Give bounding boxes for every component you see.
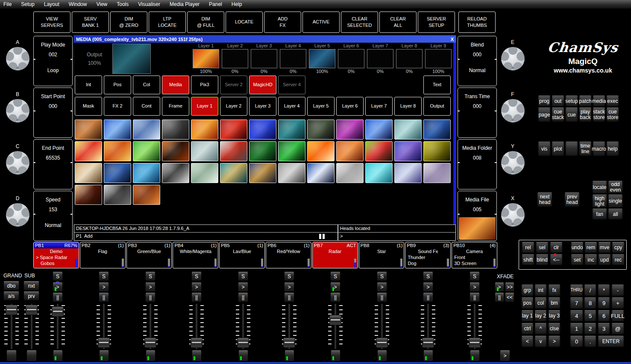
- media-thumbnail[interactable]: [162, 163, 189, 183]
- keypad-blank[interactable]: *: [598, 285, 610, 296]
- pb2-go-button[interactable]: >: [99, 282, 109, 292]
- pb1-pause-button[interactable]: ||: [53, 293, 63, 302]
- top-button-clear-selected[interactable]: CLEAR SELECTED: [341, 12, 378, 33]
- keypad-blank[interactable]: <: [521, 336, 534, 347]
- tab-col[interactable]: Col: [133, 76, 160, 94]
- media-thumbnail[interactable]: [191, 163, 218, 183]
- key-prog[interactable]: prog: [538, 96, 551, 107]
- playback-pb1[interactable]: PB1R67%Demo> Space RadarGobos: [33, 242, 79, 268]
- keypad-6[interactable]: 6: [598, 310, 610, 322]
- keypad-lay-3[interactable]: lay 3: [548, 310, 561, 322]
- key-plot[interactable]: plot: [552, 142, 564, 156]
- pb3-pause-button[interactable]: ||: [145, 293, 156, 302]
- media-thumbnail[interactable]: [336, 141, 364, 161]
- keypad-clse[interactable]: clse: [548, 323, 561, 335]
- keypad-blank[interactable]: >: [548, 336, 561, 347]
- key-blank[interactable]: [565, 142, 578, 156]
- keypad-int[interactable]: int: [534, 285, 547, 296]
- key-exec[interactable]: exec: [606, 96, 619, 107]
- pb1-flash-button[interactable]: [53, 350, 63, 361]
- key-prev-head[interactable]: prev head: [564, 192, 580, 207]
- pb4-pause-button[interactable]: ||: [191, 293, 202, 302]
- keypad-9[interactable]: 9: [598, 297, 610, 309]
- encoder-wheel-f[interactable]: [501, 99, 525, 122]
- key-out[interactable]: out: [552, 96, 564, 107]
- keypad-thru[interactable]: THRU: [570, 285, 583, 296]
- media-thumbnail[interactable]: [365, 141, 393, 161]
- grand-as-button[interactable]: a/s: [3, 291, 19, 300]
- media-thumbnail[interactable]: [162, 119, 189, 140]
- media-thumbnail[interactable]: [249, 163, 276, 183]
- tab-layer-2[interactable]: Layer 2: [220, 97, 247, 116]
- media-thumbnail[interactable]: [75, 185, 102, 205]
- tab-layer-3[interactable]: Layer 3: [249, 97, 276, 116]
- key-fan[interactable]: fan: [592, 209, 607, 220]
- media-thumbnail[interactable]: [75, 119, 102, 140]
- media-thumbnail[interactable]: [104, 185, 131, 205]
- media-thumbnail[interactable]: [423, 163, 451, 183]
- key-blind[interactable]: blind: [536, 254, 549, 265]
- playback-pb3[interactable]: PB3(1)Green/Blue: [126, 242, 172, 268]
- key-high-light[interactable]: high light: [592, 195, 607, 208]
- sub-next-button[interactable]: nxt: [23, 281, 39, 290]
- playback-pb6[interactable]: PB6(1)Red/Yellow: [266, 242, 311, 268]
- menu-window[interactable]: Window: [69, 1, 87, 7]
- key-odd-even[interactable]: odd even: [608, 181, 623, 194]
- tab-server-4[interactable]: Server 4: [278, 76, 305, 94]
- pb3-flash-button[interactable]: [146, 350, 156, 361]
- key-media[interactable]: media: [593, 96, 605, 107]
- playback-pb4[interactable]: PB4(1)White/Magenta: [173, 242, 218, 268]
- fader-handle[interactable]: [52, 306, 64, 317]
- media-thumbnail[interactable]: [278, 141, 305, 161]
- pb9-flash-button[interactable]: [423, 350, 433, 361]
- media-thumbnail[interactable]: [162, 141, 189, 161]
- encoder-legend-trans-time[interactable]: Trans Time000: [458, 87, 497, 138]
- media-thumbnail[interactable]: [133, 185, 160, 205]
- playback-pb2[interactable]: PB2(1)Flag: [80, 242, 126, 268]
- fader-handle[interactable]: [98, 338, 110, 348]
- fader-handle[interactable]: [422, 338, 434, 348]
- layer-thumbnail[interactable]: [222, 49, 248, 68]
- grand-dbo-button[interactable]: dbo: [3, 281, 19, 290]
- keypad-fx[interactable]: fx: [548, 285, 561, 296]
- tab-layer-8[interactable]: Layer 8: [394, 97, 422, 116]
- fader-handle[interactable]: [237, 338, 249, 348]
- pb2-pause-button[interactable]: ||: [99, 293, 109, 302]
- pb4-go-button[interactable]: >: [191, 282, 202, 292]
- media-thumbnail[interactable]: [249, 141, 276, 161]
- pb1-go-button[interactable]: >: [53, 282, 63, 292]
- encoder-wheel-d[interactable]: [6, 203, 29, 227]
- pb7-pause-button[interactable]: ||: [330, 293, 340, 302]
- pb8-fader[interactable]: [374, 304, 390, 349]
- media-window-titlebar[interactable]: MEDIA (005_complexity_tvb211.mov 320x240…: [74, 35, 456, 43]
- pb8-pause-button[interactable]: ||: [377, 293, 387, 302]
- key-undo[interactable]: undo: [571, 242, 584, 253]
- media-thumbnail[interactable]: [365, 163, 393, 183]
- pb3-go-button[interactable]: >: [145, 282, 156, 292]
- tab-layer-6[interactable]: Layer 6: [336, 97, 364, 116]
- xfade-forward-button[interactable]: >>: [505, 282, 514, 292]
- tab-layer-4[interactable]: Layer 4: [278, 97, 305, 116]
- fader-handle[interactable]: [329, 315, 341, 325]
- key-next-head[interactable]: next head: [537, 192, 552, 207]
- fader-handle[interactable]: [469, 338, 481, 348]
- pb7-flash-button[interactable]: [331, 350, 340, 361]
- xfade-go-button[interactable]: >: [495, 282, 504, 292]
- media-thumbnail[interactable]: [133, 141, 160, 161]
- menu-media-player[interactable]: Media Player: [170, 1, 200, 7]
- xfade-bottom-go-button[interactable]: >: [500, 350, 510, 361]
- pb5-flash-button[interactable]: [238, 350, 248, 361]
- top-button-clear-all[interactable]: CLEAR ALL: [379, 12, 417, 33]
- media-thumbnail[interactable]: [336, 163, 364, 183]
- media-thumbnail[interactable]: [75, 163, 102, 183]
- media-thumbnail[interactable]: [336, 119, 364, 140]
- media-thumbnail[interactable]: [104, 141, 131, 161]
- media-thumbnail[interactable]: [104, 119, 131, 140]
- encoder-legend-media-file[interactable]: Media File005: [458, 191, 497, 241]
- playback-pb10[interactable]: PB10(4)CameraFront3D Screen: [452, 242, 497, 268]
- layer-thumbnail[interactable]: [309, 49, 335, 68]
- top-button-dim-full[interactable]: DIM @ FULL: [187, 12, 224, 33]
- encoder-legend-blend[interactable]: Blend000Normal: [458, 36, 497, 86]
- key-help[interactable]: help: [606, 142, 619, 156]
- encoder-wheel-e[interactable]: [501, 47, 525, 70]
